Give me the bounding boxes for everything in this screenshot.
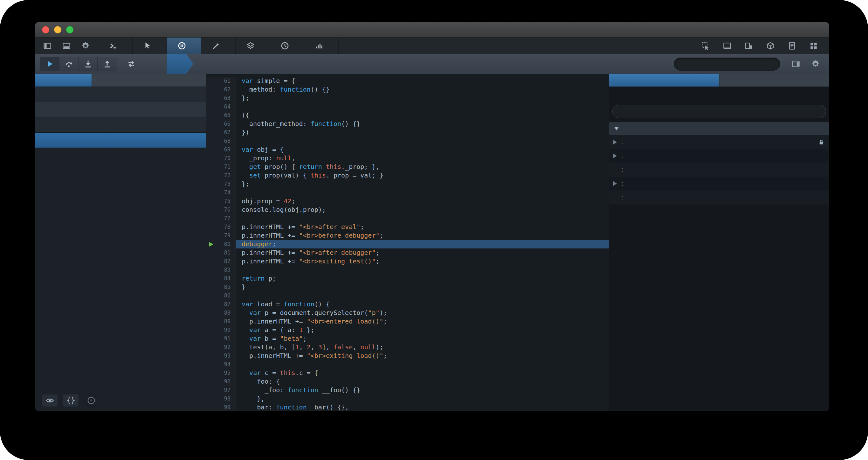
line-number[interactable]: 84 (206, 274, 236, 283)
source-editor[interactable]: 61var simple = {62 method: function() {}… (206, 74, 609, 411)
titlebar[interactable] (35, 22, 829, 37)
line-number[interactable]: 89 (206, 317, 236, 326)
code-text[interactable] (236, 360, 609, 369)
line-number[interactable]: 73 (206, 180, 236, 188)
source-item[interactable] (35, 102, 206, 117)
tab-network[interactable] (304, 37, 339, 54)
tab-call-stack[interactable] (92, 74, 149, 87)
code-text[interactable]: var obj = { (236, 145, 609, 154)
line-number[interactable]: 78 (206, 223, 236, 231)
line-number[interactable]: 70 (206, 154, 236, 163)
code-text[interactable]: p.innerHTML += "<br>after debugger"; (236, 249, 609, 257)
variable-row[interactable]: : (609, 177, 829, 191)
code-text[interactable]: p.innerHTML += "<br>after eval"; (236, 223, 609, 231)
code-text[interactable]: foo: { (236, 377, 609, 386)
tab-shader-editor[interactable] (236, 37, 270, 54)
code-text[interactable] (236, 188, 609, 197)
code-text[interactable]: }, (236, 395, 609, 403)
tab-debugger[interactable] (167, 37, 201, 54)
line-number[interactable]: 61 (206, 77, 236, 85)
code-text[interactable]: return p; (236, 274, 609, 283)
line-number[interactable]: 97 (206, 386, 236, 395)
dock-side-button[interactable] (39, 39, 56, 53)
close-window-button[interactable] (42, 26, 49, 33)
line-number[interactable]: 63 (206, 94, 236, 103)
code-text[interactable]: _prop: null, (236, 154, 609, 163)
line-number[interactable]: 85 (206, 283, 236, 291)
code-text[interactable]: }) (236, 128, 609, 137)
line-number[interactable]: 93 (206, 351, 236, 360)
code-text[interactable]: another_method: function() {} (236, 120, 609, 128)
add-watch-expression[interactable] (609, 87, 829, 101)
line-number[interactable]: 66 (206, 120, 236, 128)
code-text[interactable]: get prop() { return this._prop; }, (236, 163, 609, 171)
code-text[interactable]: p.innerHTML += "<br>exiting test()"; (236, 257, 609, 266)
tab-console[interactable] (98, 37, 132, 54)
tab-inspector[interactable] (132, 37, 167, 54)
line-number[interactable]: 99 (206, 403, 236, 411)
variable-row[interactable]: : (609, 163, 829, 177)
step-over-button[interactable] (59, 57, 79, 70)
line-number[interactable]: 64 (206, 103, 236, 111)
code-text[interactable]: p.innerHTML += "<br>exiting load()"; (236, 351, 609, 360)
line-number[interactable]: 98 (206, 395, 236, 403)
variable-row[interactable]: : (609, 191, 829, 205)
line-number[interactable]: 65 (206, 111, 236, 120)
code-text[interactable]: }; (236, 180, 609, 188)
tab-style-editor[interactable] (201, 37, 236, 54)
line-number[interactable]: 69 (206, 145, 236, 154)
scope-header[interactable] (609, 122, 829, 135)
split-console-button[interactable] (719, 39, 736, 53)
code-text[interactable]: var load = function() { (236, 300, 609, 309)
code-text[interactable] (236, 291, 609, 300)
code-text[interactable] (236, 214, 609, 223)
code-text[interactable]: }; (236, 94, 609, 103)
line-number[interactable]: 83 (206, 266, 236, 274)
toggle-panes-button[interactable] (787, 57, 804, 71)
responsive-design-button[interactable] (740, 39, 757, 53)
fullscreen-icon[interactable] (814, 25, 824, 34)
expander-icon[interactable] (613, 140, 617, 144)
tilt-3d-button[interactable] (762, 39, 779, 53)
line-number[interactable]: 62 (206, 85, 236, 94)
step-out-button[interactable] (98, 57, 117, 70)
line-number[interactable]: 80 (206, 240, 236, 249)
line-number[interactable]: 77 (206, 214, 236, 223)
source-item[interactable] (35, 117, 206, 133)
source-item[interactable] (35, 87, 206, 102)
line-number[interactable]: 75 (206, 197, 236, 205)
code-text[interactable]: debugger; (236, 240, 609, 249)
tab-variables[interactable] (609, 74, 719, 87)
source-item[interactable] (35, 133, 206, 148)
scratchpad-button[interactable] (783, 39, 801, 53)
line-number[interactable]: 71 (206, 163, 236, 171)
code-text[interactable]: ({ (236, 111, 609, 120)
code-text[interactable]: obj.prop = 42; (236, 197, 609, 205)
code-text[interactable]: var b = "beta"; (236, 334, 609, 343)
step-in-button[interactable] (79, 57, 98, 70)
debugger-settings-button[interactable] (807, 57, 824, 71)
code-text[interactable]: var a = { a: 1 }; (236, 326, 609, 334)
line-number[interactable]: 68 (206, 137, 236, 145)
code-text[interactable]: var p = document.querySelector("p"); (236, 309, 609, 317)
toggle-pause-exceptions-button[interactable] (123, 57, 140, 71)
code-text[interactable]: set prop(val) { this._prop = val; } (236, 171, 609, 180)
line-number[interactable]: 86 (206, 291, 236, 300)
blackbox-source-button[interactable] (84, 393, 99, 408)
line-number[interactable]: 95 (206, 369, 236, 377)
code-text[interactable]: p.innerHTML += "<br>before debugger"; (236, 231, 609, 240)
line-number[interactable]: 96 (206, 377, 236, 386)
variable-row[interactable]: : (609, 135, 829, 149)
line-number[interactable]: 82 (206, 257, 236, 266)
expander-icon[interactable] (613, 154, 617, 158)
resume-button[interactable] (40, 57, 59, 70)
line-number[interactable]: 87 (206, 300, 236, 309)
line-number[interactable]: 74 (206, 188, 236, 197)
line-number[interactable]: 76 (206, 205, 236, 214)
line-number[interactable]: 90 (206, 326, 236, 334)
code-text[interactable]: p.innerHTML += "<br>entered load()"; (236, 317, 609, 326)
code-text[interactable]: test(a, b, [1, 2, 3], false, null); (236, 343, 609, 351)
code-text[interactable]: method: function() {} (236, 85, 609, 94)
expander-icon[interactable] (613, 181, 617, 186)
pretty-print-button[interactable] (63, 394, 79, 407)
